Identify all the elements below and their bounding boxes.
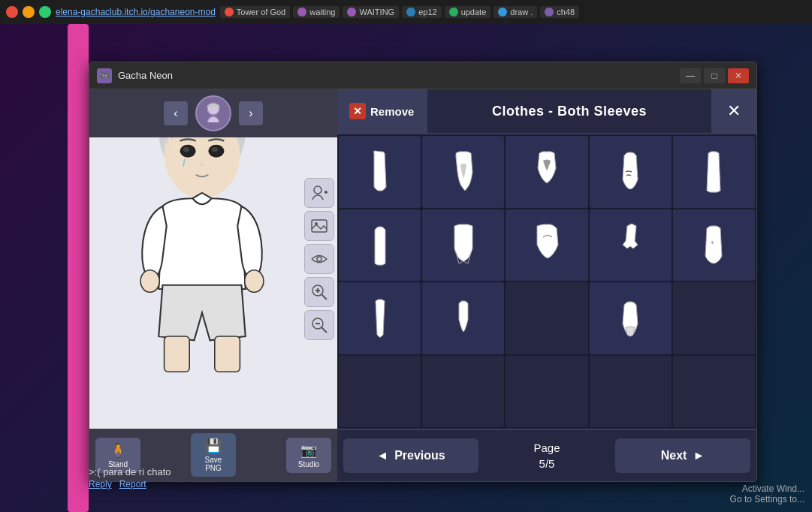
page-info: Page 5/5	[533, 440, 560, 471]
minimize-button[interactable]: —	[680, 68, 701, 83]
item-cell-13[interactable]	[506, 282, 587, 354]
item-cell-17[interactable]	[422, 356, 504, 428]
tab-waiting2[interactable]: WAITING	[343, 6, 399, 18]
character-illustration	[112, 137, 292, 384]
item-cell-2[interactable]	[422, 136, 504, 208]
comment-text: >:( para de ri chato	[89, 466, 171, 477]
next-character-button[interactable]: ›	[239, 101, 263, 125]
svg-rect-23	[165, 336, 190, 372]
app-icon: 🎮	[97, 68, 112, 83]
pagination-controls: ◄ Previous Page 5/5 Next ►	[337, 429, 756, 481]
max-dot	[39, 6, 51, 18]
item-cell-14[interactable]	[590, 282, 672, 354]
svg-line-8	[321, 294, 327, 300]
tab-ep12[interactable]: ep12	[402, 6, 441, 18]
zoom-out-button[interactable]	[304, 310, 334, 340]
item-cell-18[interactable]	[506, 356, 587, 428]
comment-area: >:( para de ri chato Reply Report	[89, 466, 171, 489]
title-bar: 🎮 Gacha Neon — □ ✕	[89, 62, 756, 89]
image-button[interactable]	[304, 211, 334, 241]
reply-link[interactable]: Reply	[89, 479, 112, 489]
close-category-button[interactable]: ✕	[711, 89, 756, 133]
activate-windows-notice: Activate Wind... Go to Settings to...	[730, 483, 804, 504]
character-nav: ‹ ›	[89, 89, 337, 137]
remove-button[interactable]: ✕ Remove	[337, 89, 427, 133]
tab-update[interactable]: update	[445, 6, 491, 18]
item-cell-9[interactable]	[590, 209, 672, 282]
save-png-button[interactable]: 💾 Save PNG	[191, 433, 236, 477]
item-cell-20[interactable]	[673, 356, 755, 428]
item-cell-8[interactable]	[506, 209, 587, 282]
item-header: ✕ Remove Clothes - Both Sleeves ✕	[337, 89, 756, 134]
svg-rect-24	[215, 336, 240, 372]
svg-point-15	[165, 137, 240, 198]
item-panel: ✕ Remove Clothes - Both Sleeves ✕	[337, 89, 756, 481]
item-cell-15[interactable]	[673, 282, 755, 354]
remove-x-icon: ✕	[349, 103, 366, 119]
desktop: 🎮 Gacha Neon — □ ✕ ‹	[0, 24, 812, 512]
studio-button[interactable]: 📷 Studio	[286, 438, 331, 473]
taskbar-url[interactable]: elena-gachaclub.itch.io/gachaneon-mod	[56, 7, 216, 17]
report-link[interactable]: Report	[119, 479, 146, 489]
svg-line-12	[321, 327, 327, 333]
pink-sidebar	[68, 24, 89, 512]
item-cell-10[interactable]: ✦	[673, 209, 755, 282]
taskbar-tabs: Tower of God waiting WAITING ep12 update…	[220, 6, 806, 18]
maximize-button[interactable]: □	[704, 68, 725, 83]
svg-text:✦: ✦	[710, 239, 715, 246]
item-cell-19[interactable]	[590, 356, 672, 428]
side-buttons	[301, 175, 337, 343]
close-window-button[interactable]: ✕	[728, 68, 749, 83]
tab-waiting[interactable]: waiting	[293, 6, 340, 18]
previous-page-button[interactable]: ◄ Previous	[343, 438, 478, 473]
window-title: Gacha Neon	[118, 70, 680, 81]
item-cell-1[interactable]	[339, 136, 421, 208]
item-cell-3[interactable]	[506, 136, 587, 208]
prev-arrow-icon: ◄	[376, 449, 388, 462]
item-cell-5[interactable]	[673, 136, 755, 208]
item-cell-7[interactable]	[422, 209, 504, 282]
close-dot	[6, 6, 18, 18]
item-cell-16[interactable]	[339, 356, 421, 428]
svg-point-1	[314, 186, 321, 194]
tab-draw[interactable]: draw .	[494, 6, 537, 18]
svg-point-22	[245, 270, 264, 292]
window-controls: — □ ✕	[680, 68, 749, 83]
svg-point-6	[317, 257, 321, 261]
character-display	[89, 137, 337, 429]
zoom-in-button[interactable]	[304, 277, 334, 307]
tab-ch48[interactable]: ch48	[540, 6, 579, 18]
eye-button[interactable]	[304, 244, 334, 274]
svg-point-19	[212, 147, 218, 152]
svg-point-18	[183, 147, 189, 152]
item-cell-4[interactable]	[590, 136, 672, 208]
item-cell-11[interactable]	[339, 282, 421, 354]
items-grid: ✦	[337, 134, 756, 429]
prev-character-button[interactable]: ‹	[164, 101, 188, 125]
gacha-neon-window: 🎮 Gacha Neon — □ ✕ ‹	[89, 62, 757, 482]
add-character-button[interactable]	[304, 178, 334, 208]
item-category-title: Clothes - Both Sleeves	[427, 104, 711, 119]
tab-tower-of-god[interactable]: Tower of God	[220, 6, 290, 18]
window-content: ‹ ›	[89, 89, 756, 481]
svg-point-21	[140, 270, 159, 292]
comment-actions: Reply Report	[89, 479, 171, 489]
next-arrow-icon: ►	[693, 449, 705, 462]
taskbar: elena-gachaclub.itch.io/gachaneon-mod To…	[0, 0, 812, 24]
next-page-button[interactable]: Next ►	[615, 438, 750, 473]
item-cell-6[interactable]	[339, 209, 421, 282]
min-dot	[23, 6, 35, 18]
character-panel: ‹ ›	[89, 89, 337, 481]
item-cell-12[interactable]	[422, 282, 504, 354]
character-avatar	[195, 95, 231, 131]
